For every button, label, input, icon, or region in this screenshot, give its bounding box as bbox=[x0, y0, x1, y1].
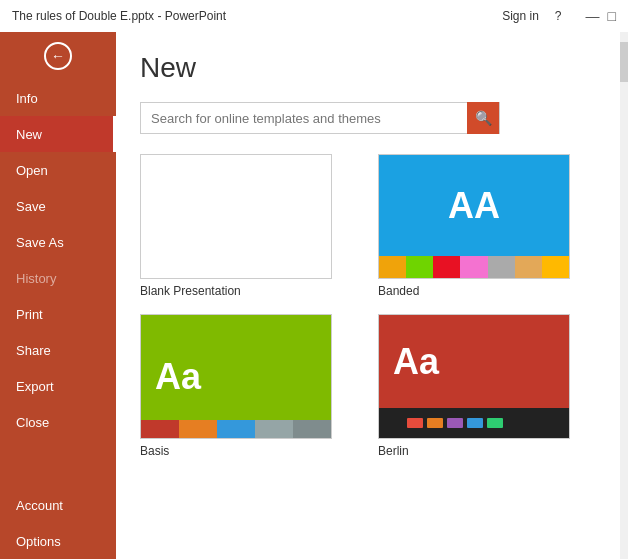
sidebar-item-share[interactable]: Share bbox=[0, 332, 116, 368]
sidebar-label-history: History bbox=[16, 271, 56, 286]
sidebar-item-history[interactable]: History bbox=[0, 260, 116, 296]
templates-grid: Blank Presentation AA bbox=[140, 154, 596, 458]
basis-stripes bbox=[141, 420, 331, 438]
sidebar-item-export[interactable]: Export bbox=[0, 368, 116, 404]
sidebar-item-close[interactable]: Close bbox=[0, 404, 116, 440]
scrollbar-thumb bbox=[620, 42, 628, 82]
window-controls: — □ bbox=[586, 8, 616, 24]
back-button[interactable]: ← bbox=[0, 32, 116, 80]
banded-stripes bbox=[379, 256, 569, 278]
sidebar-label-share: Share bbox=[16, 343, 51, 358]
sidebar-label-options: Options bbox=[16, 534, 61, 549]
sidebar-label-saveas: Save As bbox=[16, 235, 64, 250]
titlebar: The rules of Double E.pptx - PowerPoint … bbox=[0, 0, 628, 32]
maximize-button[interactable]: □ bbox=[608, 8, 616, 24]
sidebar-label-print: Print bbox=[16, 307, 43, 322]
minimize-button[interactable]: — bbox=[586, 8, 600, 24]
template-thumb-berlin: Aa bbox=[378, 314, 570, 439]
template-banded[interactable]: AA Banded bbox=[378, 154, 596, 298]
template-label-berlin: Berlin bbox=[378, 444, 596, 458]
sidebar-label-export: Export bbox=[16, 379, 54, 394]
sidebar-label-save: Save bbox=[16, 199, 46, 214]
scrollbar[interactable] bbox=[620, 32, 628, 559]
template-label-banded: Banded bbox=[378, 284, 596, 298]
banded-aa-text: AA bbox=[448, 185, 500, 227]
berlin-bottom bbox=[379, 408, 569, 438]
signin-link[interactable]: Sign in bbox=[502, 9, 539, 23]
sidebar-item-print[interactable]: Print bbox=[0, 296, 116, 332]
titlebar-right: Sign in ? — □ bbox=[502, 8, 616, 24]
content-area: New 🔍 Blank Presentation bbox=[116, 32, 620, 559]
template-thumb-basis: Aa bbox=[140, 314, 332, 439]
title-text: The rules of Double E.pptx - PowerPoint bbox=[12, 9, 226, 23]
sidebar-item-account[interactable]: Account bbox=[0, 487, 116, 523]
banded-top: AA bbox=[379, 155, 569, 256]
template-label-blank: Blank Presentation bbox=[140, 284, 358, 298]
search-icon: 🔍 bbox=[475, 110, 492, 126]
template-berlin[interactable]: Aa Berlin bbox=[378, 314, 596, 458]
sidebar: ← Info New Open Save Save As History Pri… bbox=[0, 32, 116, 559]
sidebar-item-info[interactable]: Info bbox=[0, 80, 116, 116]
sidebar-item-open[interactable]: Open bbox=[0, 152, 116, 188]
help-button[interactable]: ? bbox=[555, 9, 562, 23]
template-label-basis: Basis bbox=[140, 444, 358, 458]
main-layout: ← Info New Open Save Save As History Pri… bbox=[0, 32, 628, 559]
sidebar-item-save[interactable]: Save bbox=[0, 188, 116, 224]
basis-aa-text: Aa bbox=[155, 356, 201, 398]
berlin-top: Aa bbox=[379, 315, 569, 408]
template-basis[interactable]: Aa Basis bbox=[140, 314, 358, 458]
sidebar-label-info: Info bbox=[16, 91, 38, 106]
page-title: New bbox=[140, 52, 596, 84]
sidebar-item-options[interactable]: Options bbox=[0, 523, 116, 559]
sidebar-item-new[interactable]: New bbox=[0, 116, 116, 152]
template-thumb-banded: AA bbox=[378, 154, 570, 279]
sidebar-label-account: Account bbox=[16, 498, 63, 513]
berlin-aa-text: Aa bbox=[393, 341, 439, 383]
search-input[interactable] bbox=[141, 111, 467, 126]
sidebar-label-new: New bbox=[16, 127, 42, 142]
template-thumb-blank bbox=[140, 154, 332, 279]
sidebar-item-saveas[interactable]: Save As bbox=[0, 224, 116, 260]
sidebar-label-close: Close bbox=[16, 415, 49, 430]
berlin-stripes bbox=[393, 414, 517, 432]
template-blank[interactable]: Blank Presentation bbox=[140, 154, 358, 298]
sidebar-label-open: Open bbox=[16, 163, 48, 178]
back-icon: ← bbox=[44, 42, 72, 70]
search-button[interactable]: 🔍 bbox=[467, 102, 499, 134]
search-bar: 🔍 bbox=[140, 102, 500, 134]
